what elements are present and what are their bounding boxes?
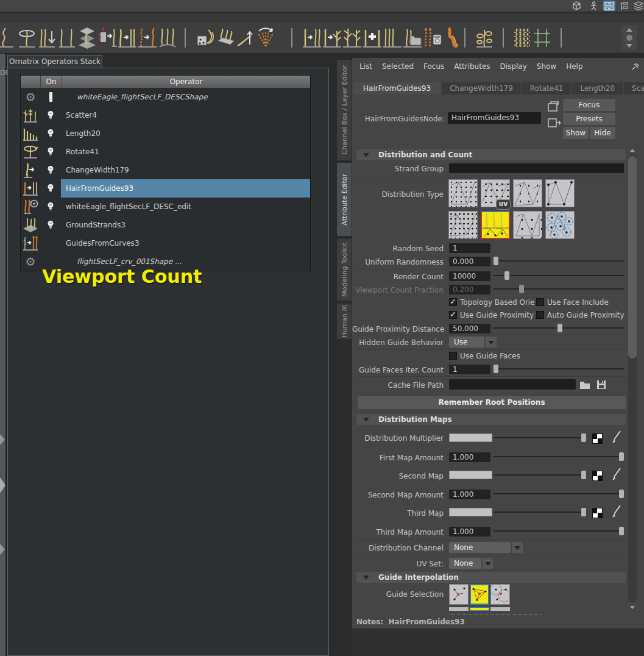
table-row[interactable]: whiteEagle_flightSecLF_DESC_edit (21, 198, 310, 216)
paint-brush-icon[interactable] (610, 430, 623, 444)
orange-curl-arrow-icon[interactable] (137, 26, 158, 49)
operator-label[interactable]: Length20 (61, 124, 310, 143)
hidden-guide-behavior-dropdown[interactable]: Use (449, 337, 484, 348)
use-guide-faces-checkbox[interactable] (449, 352, 457, 360)
menu-display[interactable]: Display (495, 60, 532, 73)
frizz-ball-icon[interactable] (195, 26, 216, 49)
scrollbar-up-button[interactable] (628, 146, 637, 154)
operator-label[interactable]: whiteEagle_flightSecLF_DESC_edit (61, 198, 310, 216)
uniform-randomness-field[interactable]: 0.000 (449, 257, 490, 266)
table-row[interactable]: GuidesFromCurves3 (21, 234, 310, 252)
distribution-multiplier-swatch[interactable] (449, 433, 492, 442)
break-out-icon[interactable] (546, 116, 561, 130)
distribution-type-selected[interactable] (481, 211, 510, 239)
bulb-icon[interactable] (47, 220, 54, 230)
hide-button[interactable]: Hide (590, 127, 615, 139)
menu-focus[interactable]: Focus (419, 60, 449, 73)
tool-settings-icon[interactable] (618, 1, 630, 11)
bulb-icon[interactable] (47, 184, 54, 193)
pin-icon[interactable] (631, 62, 640, 71)
save-icon[interactable] (596, 379, 607, 390)
on-toggle[interactable] (49, 92, 52, 102)
copy-tab-icon[interactable] (546, 101, 561, 114)
second-map-swatch[interactable] (449, 471, 492, 479)
scroll-up-icon[interactable] (626, 28, 632, 32)
guide-proximity-distance-field[interactable]: 50.000 (449, 324, 490, 333)
guide-selection-partial-tile[interactable] (470, 607, 489, 611)
tab-changewidth179[interactable]: ChangeWidth179 (442, 82, 521, 94)
dropdown-arrow-icon[interactable] (483, 558, 493, 569)
wavy-dome-icon[interactable] (157, 26, 178, 49)
shelf-scroll-control[interactable] (621, 26, 637, 50)
dropdown-arrow-icon[interactable] (512, 542, 523, 553)
table-row[interactable]: Length20 (21, 124, 310, 143)
comb-up-icon[interactable] (235, 26, 256, 49)
expand-arrow-icon[interactable] (0, 477, 5, 493)
operator-label[interactable]: GuidesFromCurves3 (61, 234, 310, 252)
show-button[interactable]: Show (563, 127, 589, 139)
auto-guide-proximity-checkbox[interactable] (536, 311, 544, 319)
first-map-amount-field[interactable]: 1.000 (449, 452, 490, 462)
slider-handle[interactable] (557, 324, 562, 332)
rotate-strands-icon[interactable] (16, 26, 37, 49)
presets-button[interactable]: Presets (563, 113, 615, 125)
uniform-randomness-slider[interactable] (494, 257, 624, 265)
table-row[interactable]: ⚙ whiteEagle_flightSecLF_DESCShape (21, 88, 310, 106)
focus-button[interactable]: Focus (563, 99, 615, 111)
operator-label-selected[interactable]: HairFromGuides93 (61, 179, 310, 198)
slider-handle[interactable] (619, 527, 624, 535)
weave-lattice-icon[interactable] (512, 26, 533, 49)
slider-handle[interactable] (494, 257, 498, 265)
folder-strands-icon[interactable] (402, 26, 423, 49)
operator-label[interactable]: Scatter4 (61, 106, 310, 124)
collapse-arrow-icon[interactable] (363, 418, 369, 422)
render-count-field[interactable]: 10000 (449, 271, 490, 281)
slider-handle[interactable] (619, 490, 624, 498)
convert-branch-icon[interactable] (322, 26, 342, 49)
tab-modeling-toolkit[interactable]: Modeling Toolkit (336, 238, 352, 301)
distribution-type-even[interactable] (448, 179, 478, 207)
table-row[interactable]: GroundStrands3 (21, 216, 310, 234)
paint-brush-icon[interactable] (610, 504, 623, 519)
tab-channel-box[interactable]: Channel Box / Layer Editor (336, 59, 352, 161)
second-map-amount-field[interactable]: 1.000 (449, 490, 490, 499)
menu-selected[interactable]: Selected (377, 60, 419, 73)
bulb-icon[interactable] (47, 165, 54, 175)
bulb-icon[interactable] (47, 147, 54, 157)
paint-brush-icon[interactable] (610, 467, 623, 482)
operator-label[interactable]: GroundStrands3 (61, 216, 310, 234)
texture-map-icon[interactable] (592, 508, 603, 518)
distribution-type-face-center[interactable] (513, 211, 542, 239)
distribution-type-dense[interactable] (448, 211, 478, 239)
tab-hairfromguides93[interactable]: HairFromGuides93 (353, 82, 441, 94)
render-count-slider[interactable] (494, 271, 624, 280)
operator-label[interactable]: whiteEagle_flightSecLF_DESCShape (61, 88, 310, 106)
node-name-field[interactable]: HairFromGuides93 (448, 112, 541, 124)
channel-box-icon[interactable] (603, 1, 615, 11)
dropdown-arrow-icon[interactable] (486, 337, 497, 348)
third-map-slider[interactable] (494, 508, 586, 516)
first-map-amount-slider[interactable] (494, 452, 624, 461)
third-map-swatch[interactable] (449, 508, 492, 516)
gravity-strands-icon[interactable] (37, 26, 57, 49)
plant-curls-icon[interactable] (474, 26, 495, 49)
menu-show[interactable]: Show (532, 60, 561, 73)
table-row[interactable]: ChangeWidth179 (21, 161, 310, 179)
section-guide-interpolation[interactable]: Guide Interpolation (356, 572, 626, 583)
tab-human-ik[interactable]: Human IK (336, 303, 352, 340)
guide-faces-iter-count-slider[interactable] (494, 365, 624, 373)
slider-handle[interactable] (619, 452, 624, 461)
bulb-icon[interactable] (47, 129, 54, 138)
guide-selection-triangulation[interactable] (470, 584, 489, 605)
tab-scatter4[interactable]: Scatter4 (624, 82, 644, 94)
slider-handle[interactable] (494, 365, 498, 373)
curl-strand-icon[interactable] (0, 26, 16, 49)
layer-editor-icon[interactable] (632, 1, 644, 11)
topology-based-orient-checkbox[interactable] (449, 298, 457, 306)
uv-set-dropdown[interactable]: None (449, 558, 481, 569)
fan-spread-icon[interactable] (255, 26, 276, 49)
table-row[interactable]: Scatter4 (21, 106, 310, 124)
use-guide-proximity-checkbox[interactable] (449, 311, 457, 319)
menu-attributes[interactable]: Attributes (449, 60, 495, 73)
scrollbar-thumb[interactable] (628, 156, 637, 358)
